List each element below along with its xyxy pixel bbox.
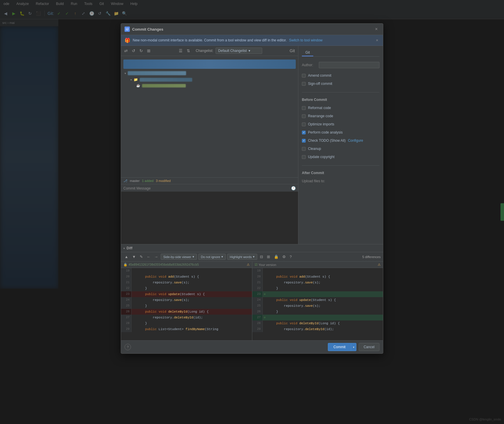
diff-header[interactable]: ▾ Diff	[121, 244, 383, 252]
cleanup-checkbox[interactable]	[302, 147, 306, 151]
amend-commit-label: Amend commit	[308, 73, 331, 78]
diff-settings-2-button[interactable]: ⊞	[266, 254, 271, 260]
group-label-blurred	[128, 71, 186, 75]
rline-content-22: }	[267, 285, 383, 291]
diff-right-code: 19 20 public void add(Student s) { 21	[252, 268, 383, 340]
rline-marker-24	[263, 297, 267, 303]
highlight-dropdown[interactable]: Highlight words ▾	[227, 254, 257, 260]
line-content-28: }	[136, 320, 252, 326]
signoff-commit-checkbox[interactable]	[302, 82, 306, 86]
commit-message-section: Commit Message 🕐	[121, 184, 298, 244]
diff-right-arrow-button[interactable]: →	[153, 254, 159, 260]
diff-edit-button[interactable]: ✎	[139, 254, 144, 260]
diff-toolbar: ▲ ▼ ✎ ← → Side-by-side viewer ▾ Do not i…	[121, 252, 383, 262]
line-content-24: repository.save(s);	[136, 297, 252, 303]
diff-left-arrow-button[interactable]: ←	[146, 254, 152, 260]
reformat-code-checkbox[interactable]	[302, 106, 306, 110]
amend-commit-checkbox[interactable]	[302, 74, 306, 78]
notification-close-button[interactable]: ×	[375, 37, 379, 43]
line-content-27: repository.deleteById(id);	[136, 315, 252, 320]
refresh-changes-button[interactable]: ↻	[139, 48, 144, 54]
tab-git[interactable]: Git	[302, 49, 313, 56]
viewer-dropdown[interactable]: Side-by-side viewer ▾	[161, 254, 197, 260]
git-tab-label[interactable]: Git	[289, 48, 296, 54]
commit-dialog: IJ Commit Changes × 🎁 New non-modal comm…	[121, 23, 383, 354]
optimize-imports-label: Optimize imports	[308, 122, 334, 126]
expand-all-button[interactable]: ⇄	[123, 48, 129, 54]
changelist-dropdown[interactable]: Default Changelist ▾	[216, 48, 262, 54]
list-view-button[interactable]: ☰	[178, 48, 183, 54]
file-subgroup-header[interactable]: ▾ 📁	[129, 76, 296, 83]
rline-content-19	[267, 268, 383, 274]
rline-marker-23: ☑	[263, 291, 267, 297]
diff-left-pane: 🔒 45e89413261f30d355456eb8a933bb2692d76c…	[121, 262, 252, 340]
rearrange-code-checkbox[interactable]	[302, 114, 306, 118]
line-num-24: 24	[121, 297, 132, 303]
author-input[interactable]	[319, 62, 379, 68]
commit-message-input[interactable]	[121, 192, 298, 244]
file-items: ☕	[129, 83, 296, 88]
line-marker-28	[132, 320, 136, 326]
code-line-left-21: 21 repository.save(s);	[121, 280, 252, 285]
undo-changes-button[interactable]: ↺	[131, 48, 136, 54]
tree-view-button[interactable]: ⇅	[186, 48, 191, 54]
ignore-chevron-icon: ▾	[221, 255, 223, 259]
diff-title: Diff	[127, 246, 132, 250]
rline-marker-19	[263, 268, 267, 274]
code-line-left-26: 26 public void deleteById(Long id) {	[121, 309, 252, 315]
modal-footer: ? Commit ▾ Cancel	[121, 340, 383, 353]
changelist-label: Changelist:	[196, 49, 213, 53]
highlight-chevron-icon: ▾	[253, 255, 255, 259]
rline-content-27	[267, 315, 383, 320]
rline-num-29: 29	[252, 326, 263, 332]
line-content-29: public List<Student> findByName(String	[136, 326, 252, 332]
rline-num-19: 19	[252, 268, 263, 274]
optimize-imports-checkbox[interactable]	[302, 122, 306, 126]
diff-help-button[interactable]: ?	[288, 254, 293, 260]
file-item-1[interactable]: ☕	[135, 83, 296, 88]
line-marker-21	[132, 280, 136, 285]
file-group-header-1[interactable]: ▾	[123, 70, 296, 76]
diff-prev-button[interactable]: ▲	[123, 254, 130, 260]
cleanup-label: Cleanup	[308, 147, 321, 151]
file-status-bar: ⎇ master 1 added 3 modified	[121, 177, 298, 184]
modal-close-button[interactable]: ×	[373, 26, 379, 32]
code-line-right-24: 24 public void update(Student s) {	[252, 297, 383, 303]
commit-hash: 45e89413261f30d355456eb8a933bb2692d76cb5	[129, 263, 199, 266]
update-copyright-checkbox[interactable]	[302, 155, 306, 159]
rline-content-21: repository.save(s);	[267, 280, 383, 285]
commit-button[interactable]: Commit ▾	[328, 343, 356, 351]
rline-num-24: 24	[252, 297, 263, 303]
line-marker-25	[132, 303, 136, 309]
diff-next-button[interactable]: ▼	[131, 254, 137, 260]
diff-settings-1-button[interactable]: ⊟	[259, 254, 264, 260]
rline-marker-20	[263, 274, 267, 280]
modal-titlebar: IJ Commit Changes ×	[121, 24, 383, 35]
signoff-commit-row: Sign-off commit	[302, 82, 379, 86]
configure-link[interactable]: Configure	[348, 139, 363, 143]
help-button[interactable]: ?	[125, 344, 131, 350]
ignore-dropdown[interactable]: Do not ignore ▾	[198, 254, 226, 260]
commit-dropdown-arrow[interactable]: ▾	[351, 344, 356, 351]
group-by-button[interactable]: ⊞	[146, 48, 151, 54]
diff-left-code: 19 20 public void add(Student s) { 21	[121, 268, 252, 340]
file-group-items: ▾ 📁 ☕	[123, 76, 296, 88]
line-content-26: public void deleteById(Long id) {	[136, 309, 252, 315]
code-line-right-28: 28 public void deleteById(Long id) {	[252, 320, 383, 326]
code-line-left-25: 25 }	[121, 303, 252, 309]
check-todo-checkbox[interactable]	[302, 139, 306, 143]
diff-gear-button[interactable]: ⚙	[281, 254, 287, 260]
commit-button-label[interactable]: Commit	[328, 343, 351, 351]
rearrange-code-row: Rearrange code	[302, 114, 379, 118]
line-num-21: 21	[121, 280, 132, 285]
line-num-26l: 26	[121, 309, 132, 315]
perform-code-analysis-checkbox[interactable]	[302, 131, 306, 134]
cancel-button[interactable]: Cancel	[359, 343, 379, 351]
diff-lock-button[interactable]: 🔒	[273, 254, 280, 260]
rline-num-26: 26	[252, 309, 263, 315]
diff-code-area: 🔒 45e89413261f30d355456eb8a933bb2692d76c…	[121, 262, 383, 340]
history-clock-icon[interactable]: 🕐	[291, 186, 296, 190]
switch-to-tool-window-link[interactable]: Switch to tool window	[289, 38, 323, 42]
folder-icon: 📁	[134, 78, 138, 82]
footer-actions: Commit ▾ Cancel	[328, 343, 379, 351]
